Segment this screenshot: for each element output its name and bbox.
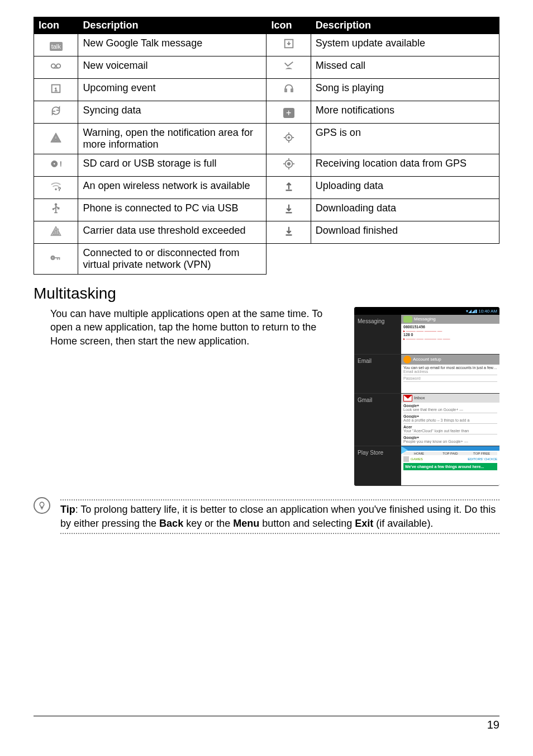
table-row: talk New Google Talk message System upda… (34, 34, 499, 56)
svg-point-17 (54, 163, 56, 165)
desc-left: New voicemail (78, 56, 266, 79)
svg-text:?: ? (58, 186, 61, 192)
tip-body: button and selecting (259, 518, 355, 529)
desc-right: Song is playing (311, 79, 499, 101)
section-heading-multitasking: Multitasking (34, 285, 499, 303)
talk-icon: talk (50, 42, 63, 51)
messaging-number: 0800151456 (403, 325, 497, 329)
svg-point-38 (52, 257, 54, 258)
warning-icon (50, 134, 62, 146)
desc-right: Missed call (311, 56, 499, 79)
table-row: Phone is connected to PC via USB Downloa… (34, 199, 499, 221)
gmail-snippet: Add a profile photo – 3 things to add a (403, 418, 497, 422)
recent-app-playstore: Play Store (354, 446, 401, 485)
desc-left: Syncing data (78, 101, 266, 124)
vpn-icon (50, 254, 62, 266)
svg-rect-31 (58, 207, 59, 209)
tip-key-back: Back (159, 518, 183, 529)
tip-label: Tip (60, 504, 75, 515)
wifi-open-icon: ? (50, 182, 62, 195)
svg-rect-9 (55, 140, 56, 141)
play-label: EDITORS' CHOICE (468, 457, 497, 461)
upload-icon (283, 182, 295, 195)
desc-right: GPS is on (311, 124, 499, 154)
play-tab: HOME (403, 452, 435, 455)
table-row: 1 Upcoming event Song is playing (34, 79, 499, 101)
gmail-app-icon (403, 395, 412, 401)
download-icon (283, 205, 295, 217)
table-row: Syncing data + More notifications (34, 101, 499, 124)
svg-text:!: ! (60, 160, 62, 167)
gmail-sender: Google+ (403, 414, 419, 418)
multitasking-paragraph: You can have multiple applications open … (50, 307, 343, 348)
gmail-inbox-label: Inbox (414, 395, 425, 400)
gmail-sender: Acer (403, 425, 412, 429)
recent-app-email: Email (354, 355, 401, 394)
tip-body: key or the (183, 518, 233, 529)
desc-left: Phone is connected to PC via USB (78, 199, 266, 221)
messaging-app-icon (403, 316, 412, 323)
gmail-snippet: People you may know on Google+ --- (403, 440, 497, 443)
sync-icon (50, 107, 62, 119)
desc-right: Downloading data (311, 199, 499, 221)
table-row: Connected to or disconnected from virtua… (34, 244, 499, 275)
gmail-sender: Google+ (403, 436, 419, 440)
messaging-card-header: Messaging (414, 316, 436, 322)
recent-app-messaging: Messaging (354, 315, 401, 354)
svg-rect-33 (54, 232, 55, 235)
desc-right: Uploading data (311, 177, 499, 199)
page-number: 19 (34, 716, 499, 731)
svg-point-2 (56, 64, 60, 68)
table-row: Carrier data use threshold exceeded Down… (34, 221, 499, 244)
notification-icons-table: Icon Description Icon Description talk N… (34, 17, 499, 275)
gmail-sender: Google+ (403, 404, 419, 408)
svg-rect-8 (55, 136, 56, 139)
desc-right: More notifications (311, 101, 499, 124)
table-row: ! SD card or USB storage is full Receivi… (34, 154, 499, 177)
tip-body: (if available). (373, 518, 433, 529)
download-available-icon (283, 40, 295, 52)
svg-point-30 (53, 209, 54, 210)
email-field-address: Email address (403, 370, 497, 374)
play-tab: TOP PAID (435, 452, 466, 455)
svg-point-25 (55, 188, 57, 190)
tip-text: Tip: To prolong battery life, it is bett… (60, 497, 499, 536)
usb-icon (50, 205, 62, 217)
voicemail-icon (50, 62, 62, 74)
download-done-icon (283, 227, 295, 239)
desc-left: An open wireless network is available (78, 177, 266, 199)
table-row: Warning, open the notification area for … (34, 124, 499, 154)
calendar-icon: 1 (50, 84, 62, 97)
tip-key-exit: Exit (355, 518, 373, 529)
col-desc-header: Description (78, 17, 266, 34)
gmail-snippet: Look see that there on Google+ --- (403, 408, 497, 412)
more-icon: + (283, 106, 294, 118)
col-icon-header: Icon (34, 17, 78, 34)
svg-point-20 (287, 162, 291, 166)
desc-left: SD card or USB storage is full (78, 154, 266, 177)
desc-left: New Google Talk message (78, 34, 266, 56)
tip-lightbulb-icon (34, 497, 50, 514)
play-label: GAMES (411, 457, 423, 461)
email-field-password: Password (403, 376, 497, 380)
desc-right: Download finished (311, 221, 499, 244)
desc-left: Connected to or disconnected from virtua… (78, 244, 266, 275)
desc-right: Receiving location data from GPS (311, 154, 499, 177)
gps-receiving-icon (283, 160, 295, 172)
tip-key-menu: Menu (233, 518, 259, 529)
svg-text:1: 1 (55, 87, 58, 92)
messaging-text2: 128 0 (403, 333, 497, 337)
svg-rect-35 (58, 229, 59, 234)
desc-left: Carrier data use threshold exceeded (78, 221, 266, 244)
table-row: ? An open wireless network is available … (34, 177, 499, 199)
recent-app-gmail: Gmail (354, 394, 401, 446)
recent-apps-screenshot: ▾◢◢▮ 10:40 AM Messaging Messaging 080015… (354, 307, 499, 486)
email-setup-text: You can set up email for most accounts i… (403, 366, 497, 370)
headphones-icon (283, 84, 295, 97)
svg-rect-6 (284, 89, 287, 92)
gmail-snippet: Your "AcerCloud" login out faster than (403, 429, 497, 433)
col-desc-header-2: Description (311, 17, 499, 34)
svg-point-11 (288, 136, 290, 139)
email-app-icon (403, 356, 411, 363)
table-row: New voicemail Missed call (34, 56, 499, 79)
